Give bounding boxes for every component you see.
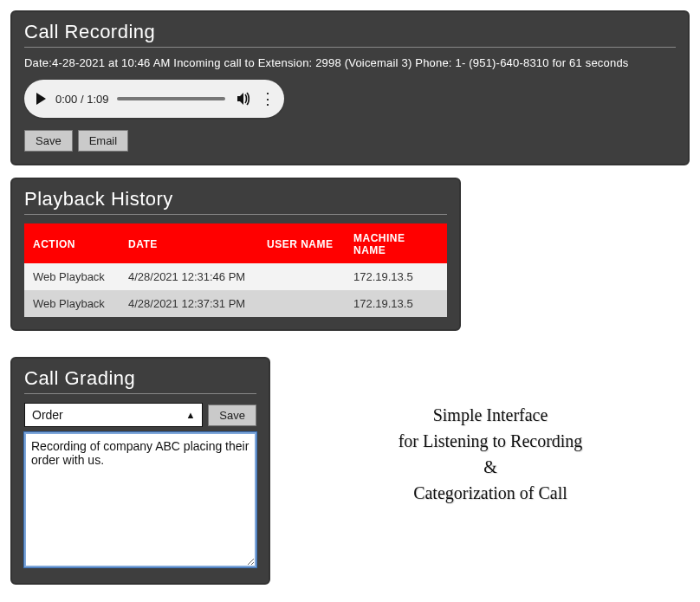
audio-duration: 1:09 xyxy=(87,93,108,106)
volume-icon[interactable] xyxy=(236,91,251,107)
caption-block: Simple Interface for Listening to Record… xyxy=(291,357,690,506)
email-recording-button[interactable]: Email xyxy=(78,130,129,152)
save-recording-button[interactable]: Save xyxy=(24,130,73,152)
caption-line-3: & xyxy=(291,454,690,480)
cell-date: 4/28/2021 12:31:46 PM xyxy=(120,263,258,290)
caption-line-2: for Listening to Recording xyxy=(291,428,690,454)
call-grading-title: Call Grading xyxy=(24,367,256,394)
save-grading-button[interactable]: Save xyxy=(208,405,256,426)
chevron-up-icon: ▲ xyxy=(185,410,195,420)
category-select-value: Order xyxy=(32,408,63,422)
cell-machine: 172.19.13.5 xyxy=(345,263,447,290)
category-select[interactable]: Order ▲ xyxy=(24,403,203,427)
caption-line-4: Categorization of Call xyxy=(291,480,690,506)
svg-marker-1 xyxy=(237,93,243,105)
playback-history-table: ACTION DATE USER NAME MACHINE NAME Web P… xyxy=(24,223,447,317)
recording-button-row: Save Email xyxy=(24,130,676,152)
kebab-menu-icon[interactable]: ⋮ xyxy=(260,91,275,107)
cell-action: Web Playback xyxy=(24,290,120,317)
call-recording-panel: Call Recording Date:4-28-2021 at 10:46 A… xyxy=(10,10,690,165)
cell-machine: 172.19.13.5 xyxy=(345,290,447,317)
cell-user xyxy=(258,263,345,290)
lower-row: Call Grading Order ▲ Save Simple Interfa… xyxy=(10,357,690,597)
caption-line-1: Simple Interface xyxy=(291,402,690,428)
col-machine: MACHINE NAME xyxy=(345,224,447,263)
play-icon[interactable] xyxy=(33,91,49,107)
playback-history-panel: Playback History ACTION DATE USER NAME M… xyxy=(10,178,461,331)
audio-seek-slider[interactable] xyxy=(117,97,225,100)
playback-history-title: Playback History xyxy=(24,188,447,215)
cell-date: 4/28/2021 12:37:31 PM xyxy=(120,290,258,317)
audio-time-display: 0:00 / 1:09 xyxy=(55,93,108,106)
table-row: Web Playback 4/28/2021 12:31:46 PM 172.1… xyxy=(24,263,447,290)
audio-current-time: 0:00 xyxy=(55,93,77,106)
cell-user xyxy=(258,290,345,317)
col-action: ACTION xyxy=(24,224,120,263)
col-date: DATE xyxy=(120,224,258,263)
col-user: USER NAME xyxy=(258,224,345,263)
grading-note-textarea[interactable] xyxy=(24,432,256,567)
table-header-row: ACTION DATE USER NAME MACHINE NAME xyxy=(24,224,447,263)
table-row: Web Playback 4/28/2021 12:37:31 PM 172.1… xyxy=(24,290,447,317)
call-grading-panel: Call Grading Order ▲ Save xyxy=(10,357,270,585)
cell-action: Web Playback xyxy=(24,263,120,290)
call-recording-details: Date:4-28-2021 at 10:46 AM Incoming call… xyxy=(24,56,676,69)
grading-controls: Order ▲ Save xyxy=(24,403,256,427)
call-recording-title: Call Recording xyxy=(24,21,676,48)
audio-player: 0:00 / 1:09 ⋮ xyxy=(24,80,284,118)
svg-marker-0 xyxy=(36,93,46,105)
